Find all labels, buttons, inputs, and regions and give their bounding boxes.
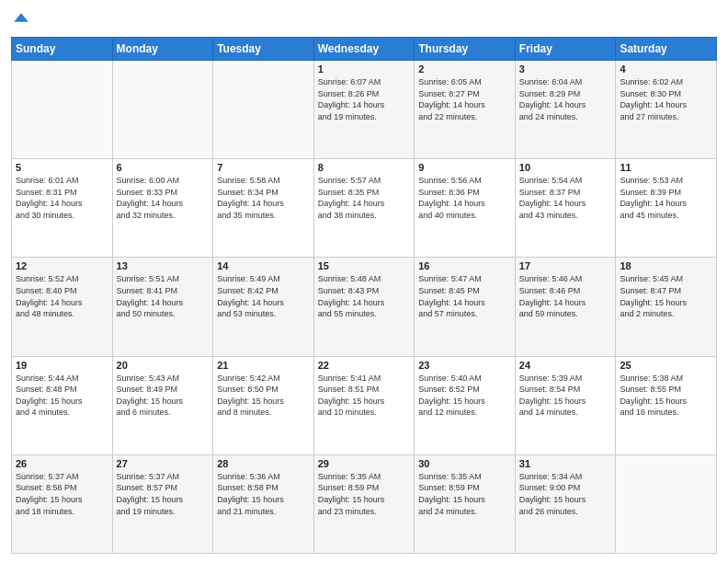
day-info: Sunrise: 6:07 AM Sunset: 8:26 PM Dayligh… — [318, 76, 411, 122]
day-info: Sunrise: 6:00 AM Sunset: 8:33 PM Dayligh… — [117, 175, 210, 221]
day-info: Sunrise: 5:49 AM Sunset: 8:42 PM Dayligh… — [217, 273, 310, 319]
calendar-day-cell: 7Sunrise: 5:58 AM Sunset: 8:34 PM Daylig… — [213, 159, 314, 258]
day-number: 7 — [217, 162, 310, 173]
calendar-day-header: Thursday — [415, 38, 516, 61]
calendar-day-cell: 21Sunrise: 5:42 AM Sunset: 8:50 PM Dayli… — [213, 356, 314, 454]
calendar-day-cell: 10Sunrise: 5:54 AM Sunset: 8:37 PM Dayli… — [515, 159, 616, 258]
day-info: Sunrise: 5:34 AM Sunset: 9:00 PM Dayligh… — [519, 471, 612, 517]
calendar-day-header: Sunday — [12, 38, 113, 61]
calendar-day-header: Wednesday — [313, 38, 415, 61]
day-number: 12 — [16, 260, 108, 271]
day-info: Sunrise: 5:38 AM Sunset: 8:55 PM Dayligh… — [620, 373, 712, 419]
page: SundayMondayTuesdayWednesdayThursdayFrid… — [0, 0, 728, 563]
calendar-day-header: Saturday — [616, 38, 717, 61]
day-number: 25 — [620, 360, 712, 371]
day-info: Sunrise: 5:48 AM Sunset: 8:43 PM Dayligh… — [318, 273, 411, 319]
day-info: Sunrise: 5:37 AM Sunset: 8:56 PM Dayligh… — [16, 471, 108, 517]
day-number: 26 — [16, 458, 108, 469]
day-info: Sunrise: 5:40 AM Sunset: 8:52 PM Dayligh… — [418, 373, 511, 419]
calendar-day-cell: 28Sunrise: 5:36 AM Sunset: 8:58 PM Dayli… — [213, 454, 314, 553]
svg-marker-0 — [14, 13, 28, 22]
day-number: 5 — [16, 162, 108, 173]
calendar-day-cell: 30Sunrise: 5:35 AM Sunset: 8:59 PM Dayli… — [415, 454, 516, 553]
day-number: 16 — [418, 260, 511, 271]
day-number: 6 — [117, 162, 210, 173]
calendar-week-row: 12Sunrise: 5:52 AM Sunset: 8:40 PM Dayli… — [12, 258, 717, 356]
day-number: 4 — [620, 63, 712, 75]
day-info: Sunrise: 6:04 AM Sunset: 8:29 PM Dayligh… — [519, 76, 612, 122]
day-info: Sunrise: 5:37 AM Sunset: 8:57 PM Dayligh… — [117, 471, 210, 517]
header — [11, 9, 717, 29]
calendar-day-header: Monday — [112, 38, 213, 61]
calendar-week-row: 19Sunrise: 5:44 AM Sunset: 8:48 PM Dayli… — [12, 356, 717, 454]
calendar-day-cell: 20Sunrise: 5:43 AM Sunset: 8:49 PM Dayli… — [112, 356, 213, 454]
calendar-day-cell: 29Sunrise: 5:35 AM Sunset: 8:59 PM Dayli… — [313, 454, 415, 553]
day-info: Sunrise: 6:01 AM Sunset: 8:31 PM Dayligh… — [16, 175, 108, 221]
calendar-day-cell: 27Sunrise: 5:37 AM Sunset: 8:57 PM Dayli… — [112, 454, 213, 553]
day-info: Sunrise: 5:58 AM Sunset: 8:34 PM Dayligh… — [217, 175, 310, 221]
calendar-day-cell: 12Sunrise: 5:52 AM Sunset: 8:40 PM Dayli… — [12, 258, 113, 356]
day-info: Sunrise: 5:41 AM Sunset: 8:51 PM Dayligh… — [318, 373, 411, 419]
calendar-day-cell: 8Sunrise: 5:57 AM Sunset: 8:35 PM Daylig… — [313, 159, 415, 258]
calendar-day-cell: 13Sunrise: 5:51 AM Sunset: 8:41 PM Dayli… — [112, 258, 213, 356]
day-number: 10 — [519, 162, 612, 173]
calendar-day-cell: 25Sunrise: 5:38 AM Sunset: 8:55 PM Dayli… — [616, 356, 717, 454]
day-info: Sunrise: 5:44 AM Sunset: 8:48 PM Dayligh… — [16, 373, 108, 419]
day-number: 24 — [519, 360, 612, 371]
day-number: 27 — [117, 458, 210, 469]
calendar-day-cell: 9Sunrise: 5:56 AM Sunset: 8:36 PM Daylig… — [415, 159, 516, 258]
day-number: 3 — [519, 63, 612, 75]
logo — [11, 9, 29, 29]
calendar-day-cell: 16Sunrise: 5:47 AM Sunset: 8:45 PM Dayli… — [415, 258, 516, 356]
day-info: Sunrise: 5:56 AM Sunset: 8:36 PM Dayligh… — [418, 175, 511, 221]
calendar-day-cell: 14Sunrise: 5:49 AM Sunset: 8:42 PM Dayli… — [213, 258, 314, 356]
day-number: 31 — [519, 458, 612, 469]
day-info: Sunrise: 5:39 AM Sunset: 8:54 PM Dayligh… — [519, 373, 612, 419]
calendar-day-cell: 31Sunrise: 5:34 AM Sunset: 9:00 PM Dayli… — [515, 454, 616, 553]
calendar-day-cell: 15Sunrise: 5:48 AM Sunset: 8:43 PM Dayli… — [313, 258, 415, 356]
day-info: Sunrise: 5:57 AM Sunset: 8:35 PM Dayligh… — [318, 175, 411, 221]
day-info: Sunrise: 5:35 AM Sunset: 8:59 PM Dayligh… — [418, 471, 511, 517]
day-number: 18 — [620, 260, 712, 271]
day-number: 20 — [117, 360, 210, 371]
calendar-day-header: Friday — [515, 38, 616, 61]
day-number: 21 — [217, 360, 310, 371]
day-number: 11 — [620, 162, 712, 173]
day-info: Sunrise: 5:51 AM Sunset: 8:41 PM Dayligh… — [117, 273, 210, 319]
calendar-day-cell: 3Sunrise: 6:04 AM Sunset: 8:29 PM Daylig… — [515, 61, 616, 159]
calendar-day-cell: 11Sunrise: 5:53 AM Sunset: 8:39 PM Dayli… — [616, 159, 717, 258]
day-info: Sunrise: 5:54 AM Sunset: 8:37 PM Dayligh… — [519, 175, 612, 221]
day-number: 30 — [418, 458, 511, 469]
day-info: Sunrise: 5:52 AM Sunset: 8:40 PM Dayligh… — [16, 273, 108, 319]
calendar-day-cell: 17Sunrise: 5:46 AM Sunset: 8:46 PM Dayli… — [515, 258, 616, 356]
day-number: 1 — [318, 63, 411, 75]
day-info: Sunrise: 5:46 AM Sunset: 8:46 PM Dayligh… — [519, 273, 612, 319]
day-info: Sunrise: 5:53 AM Sunset: 8:39 PM Dayligh… — [620, 175, 712, 221]
day-info: Sunrise: 5:45 AM Sunset: 8:47 PM Dayligh… — [620, 273, 712, 319]
calendar-day-cell: 4Sunrise: 6:02 AM Sunset: 8:30 PM Daylig… — [616, 61, 717, 159]
day-number: 29 — [318, 458, 411, 469]
day-number: 9 — [418, 162, 511, 173]
calendar-day-cell: 26Sunrise: 5:37 AM Sunset: 8:56 PM Dayli… — [12, 454, 113, 553]
day-number: 13 — [117, 260, 210, 271]
calendar-day-cell: 23Sunrise: 5:40 AM Sunset: 8:52 PM Dayli… — [415, 356, 516, 454]
day-info: Sunrise: 5:47 AM Sunset: 8:45 PM Dayligh… — [418, 273, 511, 319]
calendar-day-cell: 18Sunrise: 5:45 AM Sunset: 8:47 PM Dayli… — [616, 258, 717, 356]
calendar-day-cell — [112, 61, 213, 159]
calendar-day-cell — [12, 61, 113, 159]
day-info: Sunrise: 5:43 AM Sunset: 8:49 PM Dayligh… — [117, 373, 210, 419]
day-number: 22 — [318, 360, 411, 371]
day-info: Sunrise: 6:02 AM Sunset: 8:30 PM Dayligh… — [620, 76, 712, 122]
calendar-table: SundayMondayTuesdayWednesdayThursdayFrid… — [11, 37, 717, 554]
day-info: Sunrise: 5:42 AM Sunset: 8:50 PM Dayligh… — [217, 373, 310, 419]
day-number: 19 — [16, 360, 108, 371]
calendar-day-cell — [616, 454, 717, 553]
calendar-day-cell: 5Sunrise: 6:01 AM Sunset: 8:31 PM Daylig… — [12, 159, 113, 258]
calendar-week-row: 5Sunrise: 6:01 AM Sunset: 8:31 PM Daylig… — [12, 159, 717, 258]
calendar-day-cell — [213, 61, 314, 159]
calendar-day-cell: 2Sunrise: 6:05 AM Sunset: 8:27 PM Daylig… — [415, 61, 516, 159]
calendar-day-cell: 24Sunrise: 5:39 AM Sunset: 8:54 PM Dayli… — [515, 356, 616, 454]
calendar-day-cell: 1Sunrise: 6:07 AM Sunset: 8:26 PM Daylig… — [313, 61, 415, 159]
day-number: 15 — [318, 260, 411, 271]
calendar-week-row: 26Sunrise: 5:37 AM Sunset: 8:56 PM Dayli… — [12, 454, 717, 553]
